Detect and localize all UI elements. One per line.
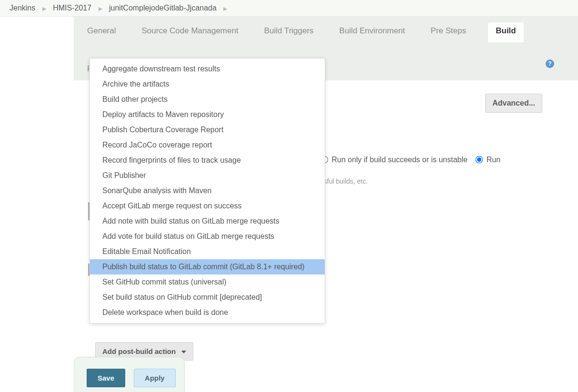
chevron-right-icon: ▶ <box>223 6 227 11</box>
tab-general[interactable]: General <box>83 22 120 42</box>
dropdown-item[interactable]: Accept GitLab merge request on success <box>90 198 325 214</box>
chevron-right-icon: ▶ <box>99 6 102 11</box>
add-post-build-label: Add post-build action <box>102 347 176 355</box>
tab-triggers[interactable]: Build Triggers <box>260 22 318 42</box>
apply-button[interactable]: Apply <box>134 369 176 387</box>
help-icon[interactable]: ? <box>546 59 554 68</box>
radio-run-label: Run <box>487 156 500 164</box>
dropdown-item[interactable]: Record fingerprints of files to track us… <box>90 153 325 168</box>
dropdown-item[interactable]: Aggregate downstream test results <box>90 61 325 77</box>
radio-unstable-label: Run only if build succeeds or is unstabl… <box>331 156 468 164</box>
radio-run[interactable]: Run <box>476 156 500 164</box>
dropdown-item[interactable]: Editable Email Notification <box>90 244 325 259</box>
breadcrumb-root[interactable]: Jenkins <box>10 4 35 12</box>
dropdown-item[interactable]: Delete workspace when build is done <box>90 305 325 320</box>
dropdown-item[interactable]: Add note with build status on GitLab mer… <box>90 214 325 229</box>
hint-text: essful builds, etc. <box>317 177 568 185</box>
dropdown-item[interactable]: Git Publisher <box>90 168 325 183</box>
post-build-action-dropdown: Aggregate downstream test resultsArchive… <box>90 58 325 323</box>
run-condition-row: Run only if build succeeds or is unstabl… <box>321 156 568 164</box>
dropdown-item[interactable]: Build other projects <box>90 92 325 107</box>
dropdown-item[interactable]: Archive the artifacts <box>90 77 325 92</box>
dropdown-item[interactable]: Record JaCoCo coverage report <box>90 137 325 153</box>
tab-env[interactable]: Build Environment <box>336 22 409 42</box>
advanced-button[interactable]: Advanced... <box>485 94 542 113</box>
save-button[interactable]: Save <box>87 369 125 387</box>
breadcrumb-job[interactable]: junitComplejodeGitlab-Jjcanada <box>109 4 217 12</box>
dropdown-item[interactable]: Publish Cobertura Coverage Report <box>90 122 325 137</box>
radio-unstable[interactable]: Run only if build succeeds or is unstabl… <box>321 156 468 164</box>
chevron-right-icon: ▶ <box>42 6 46 11</box>
tab-presteps[interactable]: Pre Steps <box>427 22 470 42</box>
dropdown-item[interactable]: Publish build status to GitLab commit (G… <box>90 259 325 274</box>
dropdown-item[interactable]: Add vote for build status on GitLab merg… <box>90 229 325 244</box>
dropdown-item[interactable]: Deploy artifacts to Maven repository <box>90 107 325 122</box>
save-bar: Save Apply <box>74 357 185 392</box>
caret-down-icon <box>181 351 186 353</box>
tab-build[interactable]: Build <box>488 22 524 42</box>
dropdown-item[interactable]: SonarQube analysis with Maven <box>90 183 325 198</box>
dropdown-item[interactable]: Set GitHub commit status (universal) <box>90 274 325 290</box>
dropdown-item[interactable]: Set build status on GitHub commit [depre… <box>90 290 325 305</box>
tab-scm[interactable]: Source Code Management <box>138 22 242 42</box>
breadcrumb-parent[interactable]: HMIS-2017 <box>53 4 91 12</box>
breadcrumb: Jenkins ▶ HMIS-2017 ▶ junitComplejodeGit… <box>0 0 578 17</box>
